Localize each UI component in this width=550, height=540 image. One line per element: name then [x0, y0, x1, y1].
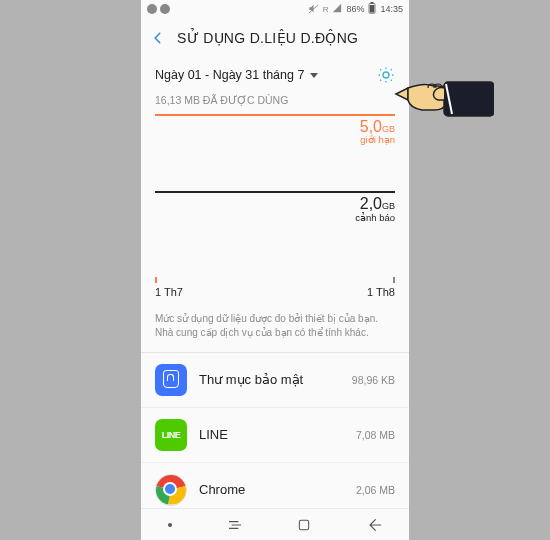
chat-icon [147, 4, 157, 14]
app-usage: 7,08 MB [356, 429, 395, 441]
limit-marker[interactable]: 5,0GB giới hạn [155, 114, 395, 145]
limit-line [155, 114, 395, 116]
gear-icon[interactable] [377, 66, 395, 84]
list-item[interactable]: Chrome 2,06 MB [141, 463, 409, 508]
page-title: SỬ DỤNG D.LIỆU D.ĐỘNG [177, 30, 358, 46]
x-axis: 1 Th7 1 Th8 [155, 273, 395, 298]
back-button[interactable] [366, 517, 382, 533]
warning-marker[interactable]: 2,0GB cảnh báo [155, 191, 395, 222]
nav-dot-icon [168, 523, 172, 527]
limit-label: giới hạn [155, 135, 395, 145]
battery-icon [368, 2, 376, 16]
period-label: Ngày 01 - Ngày 31 tháng 7 [155, 68, 304, 82]
app-name: LINE [199, 427, 344, 442]
app-usage: 98,96 KB [352, 374, 395, 386]
app-bar: SỬ DỤNG D.LIỆU D.ĐỘNG [141, 18, 409, 58]
axis-tick [393, 277, 395, 283]
warning-unit: GB [382, 201, 395, 211]
app-usage: 2,06 MB [356, 484, 395, 496]
usage-chart: 16,13 MB ĐÃ ĐƯỢC DÙNG 5,0GB giới hạn 2,0… [141, 94, 409, 304]
limit-value: 5,0 [360, 118, 382, 135]
svg-rect-4 [300, 520, 309, 529]
disclaimer-line2: Nhà cung cấp dịch vụ của bạn có thể tính… [155, 326, 395, 340]
chrome-icon [155, 474, 187, 506]
phone-frame: R 86% 14:35 SỬ DỤNG D.LIỆU D.ĐỘNG Ngày 0… [141, 0, 409, 540]
svg-rect-3 [371, 2, 374, 4]
line-icon: LINE [155, 419, 187, 451]
app-name: Chrome [199, 482, 344, 497]
battery-percent: 86% [346, 4, 364, 14]
back-icon[interactable] [151, 31, 165, 45]
roaming-indicator: R [323, 5, 329, 14]
warning-value: 2,0 [360, 195, 382, 212]
notification-icons [147, 4, 170, 14]
disclaimer: Mức sử dụng dữ liệu được đo bởi thiết bị… [141, 304, 409, 353]
period-selector[interactable]: Ngày 01 - Ngày 31 tháng 7 [155, 68, 377, 82]
svg-rect-5 [444, 82, 494, 116]
mute-icon [308, 3, 319, 16]
home-button[interactable] [297, 518, 311, 532]
chevron-down-icon [310, 73, 318, 78]
svg-rect-2 [370, 5, 375, 13]
navigation-bar [141, 508, 409, 540]
warning-line [155, 191, 395, 193]
pointing-hand-illustration [394, 64, 494, 130]
signal-icon [332, 3, 342, 15]
list-item[interactable]: LINE LINE 7,08 MB [141, 408, 409, 463]
used-text: 16,13 MB ĐÃ ĐƯỢC DÙNG [155, 94, 395, 106]
recents-button[interactable] [227, 517, 243, 533]
status-bar: R 86% 14:35 [141, 0, 409, 18]
clock-text: 14:35 [380, 4, 403, 14]
period-row: Ngày 01 - Ngày 31 tháng 7 [141, 58, 409, 94]
axis-label-start: 1 Th7 [155, 286, 275, 298]
axis-tick [155, 277, 157, 283]
list-item[interactable]: Thư mục bảo mật 98,96 KB [141, 353, 409, 408]
secure-folder-icon [155, 364, 187, 396]
chat-icon [160, 4, 170, 14]
axis-label-end: 1 Th8 [275, 286, 395, 298]
warning-label: cảnh báo [155, 213, 395, 223]
app-name: Thư mục bảo mật [199, 372, 340, 387]
disclaimer-line1: Mức sử dụng dữ liệu được đo bởi thiết bị… [155, 312, 395, 326]
limit-unit: GB [382, 124, 395, 134]
app-list: Thư mục bảo mật 98,96 KB LINE LINE 7,08 … [141, 353, 409, 508]
